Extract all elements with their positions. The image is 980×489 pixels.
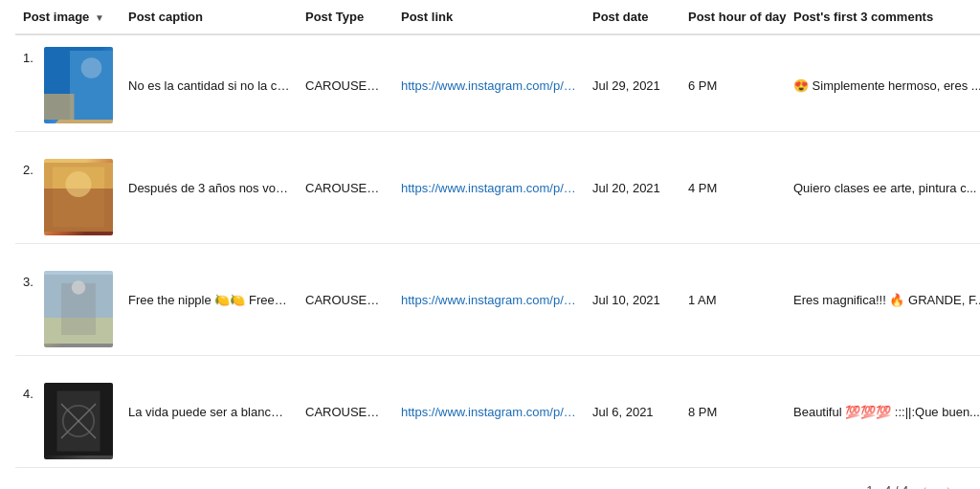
post-caption: No es la cantidad si no la calida... (121, 34, 298, 132)
table-body: 1. No es la cantidad si no la calida...C… (15, 34, 980, 468)
pagination-info: 1 - 4 / 4 (866, 483, 908, 490)
post-type: CAROUSEL_AL... (298, 132, 393, 244)
post-type: CAROUSEL_AL... (298, 356, 393, 468)
posts-table: Post image ▼ Post caption Post Type Post… (15, 0, 980, 468)
post-type: CAROUSEL_AL... (298, 244, 393, 356)
row-number: 2. (15, 132, 121, 244)
post-image (44, 383, 113, 459)
post-type: CAROUSEL_AL... (298, 34, 393, 132)
table-row: 2. Después de 3 años nos volvimo...CAROU… (15, 132, 980, 244)
post-comments: Beautiful 💯💯💯 :::||:Que buen... (786, 356, 980, 468)
post-image (44, 47, 113, 123)
post-link[interactable]: https://www.instagram.com/p/CR69_P... (393, 34, 585, 132)
pagination-prev-button[interactable]: ‹ (916, 479, 932, 489)
row-number: 4. (15, 356, 121, 468)
post-caption: Después de 3 años nos volvimo... (121, 132, 298, 244)
post-comments: Quiero clases ee arte, pintura c... (786, 132, 980, 244)
pagination: 1 - 4 / 4 ‹ › (15, 468, 965, 489)
col-header-image[interactable]: Post image ▼ (15, 0, 121, 34)
col-header-caption: Post caption (121, 0, 298, 34)
post-image (44, 271, 113, 347)
post-link[interactable]: https://www.instagram.com/p/CQ_92d... (393, 356, 585, 468)
svg-point-7 (66, 171, 92, 197)
post-hour: 8 PM (680, 356, 786, 468)
post-hour: 1 AM (680, 244, 786, 356)
sort-arrow-image: ▼ (95, 12, 104, 23)
col-header-date: Post date (585, 0, 680, 34)
table-row: 3. Free the nipple 🍋🍋 Free your ...CAROU… (15, 244, 980, 356)
post-date: Jul 6, 2021 (585, 356, 680, 468)
col-header-hour: Post hour of day (680, 0, 786, 34)
post-hour: 6 PM (680, 34, 786, 132)
col-header-type: Post Type (298, 0, 393, 34)
svg-point-11 (72, 280, 85, 294)
post-date: Jul 10, 2021 (585, 244, 680, 356)
post-caption: Free the nipple 🍋🍋 Free your ... (121, 244, 298, 356)
pagination-next-button[interactable]: › (941, 479, 957, 489)
post-caption: La vida puede ser a blanco y ne... (121, 356, 298, 468)
svg-point-3 (81, 57, 102, 78)
table-row: 1. No es la cantidad si no la calida...C… (15, 34, 980, 132)
row-number: 3. (15, 244, 121, 356)
post-date: Jul 20, 2021 (585, 132, 680, 244)
row-number: 1. (15, 34, 121, 132)
post-image (44, 159, 113, 235)
post-date: Jul 29, 2021 (585, 34, 680, 132)
post-link[interactable]: https://www.instagram.com/p/CRIP1N... (393, 244, 585, 356)
col-header-link: Post link (393, 0, 585, 34)
post-comments: 😍 Simplemente hermoso, eres ... (786, 34, 980, 132)
svg-rect-2 (44, 94, 75, 120)
col-header-comments: Post's first 3 comments (786, 0, 980, 34)
table-header-row: Post image ▼ Post caption Post Type Post… (15, 0, 980, 34)
post-hour: 4 PM (680, 132, 786, 244)
post-comments: Eres magnifica!!! 🔥 GRANDE, F... (786, 244, 980, 356)
table-container: Post image ▼ Post caption Post Type Post… (0, 0, 980, 489)
table-row: 4. La vida puede ser a blanco y ne...CAR… (15, 356, 980, 468)
post-link[interactable]: https://www.instagram.com/p/CRjh5ke... (393, 132, 585, 244)
